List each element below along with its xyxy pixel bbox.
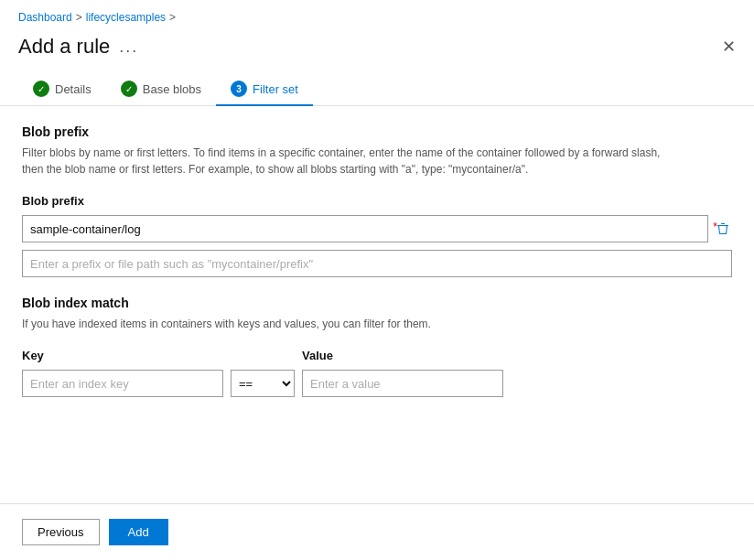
footer: Previous Add <box>0 504 754 560</box>
breadcrumb: Dashboard > lifecyclesamples > <box>0 0 754 29</box>
tab-base-blobs-check-icon: ✓ <box>121 81 137 97</box>
kv-value-header: Value <box>302 349 503 362</box>
required-star-1: * <box>713 221 717 233</box>
prefix-row-1: * <box>22 215 732 242</box>
header: Add a rule ... ✕ <box>0 29 754 73</box>
prefix-input-1-wrapper: * <box>22 215 708 242</box>
prefix-input-1[interactable] <box>22 215 708 242</box>
content: Blob prefix Filter blobs by name or firs… <box>0 106 754 485</box>
blob-index-section: Blob index match If you have indexed ite… <box>22 296 732 397</box>
trash-icon <box>716 221 730 236</box>
header-left: Add a rule ... <box>18 35 138 59</box>
page-title: Add a rule <box>18 35 110 59</box>
tabs: ✓ Details ✓ Base blobs 3 Filter set <box>0 73 754 106</box>
blob-prefix-section-title: Blob prefix <box>22 124 732 139</box>
blob-prefix-inputs: * <box>22 215 732 277</box>
prefix-input-2-wrapper <box>22 250 732 277</box>
tab-details-label: Details <box>55 82 92 96</box>
tab-base-blobs[interactable]: ✓ Base blobs <box>106 73 216 106</box>
tab-filter-set[interactable]: 3 Filter set <box>216 73 313 106</box>
prefix-input-2[interactable] <box>22 250 732 277</box>
blob-prefix-description: Filter blobs by name or first letters. T… <box>22 145 662 178</box>
page-container: Dashboard > lifecyclesamples > Add a rul… <box>0 0 754 560</box>
tab-filter-set-number-icon: 3 <box>231 81 247 97</box>
kv-row: == != > < <box>22 370 732 397</box>
blob-prefix-field-label: Blob prefix <box>22 194 732 208</box>
tab-base-blobs-label: Base blobs <box>143 82 201 96</box>
more-options-button[interactable]: ... <box>119 38 138 57</box>
close-button[interactable]: ✕ <box>722 38 736 55</box>
tab-details-check-icon: ✓ <box>33 81 49 97</box>
blob-prefix-section: Blob prefix Filter blobs by name or firs… <box>22 124 732 277</box>
breadcrumb-dashboard[interactable]: Dashboard <box>18 11 72 24</box>
blob-index-title: Blob index match <box>22 296 732 310</box>
kv-key-input[interactable] <box>22 370 223 397</box>
add-button[interactable]: Add <box>109 519 168 545</box>
kv-headers: Key Value <box>22 349 732 362</box>
kv-key-header: Key <box>22 349 223 362</box>
tab-filter-set-label: Filter set <box>253 82 298 96</box>
prefix-row-2 <box>22 250 732 277</box>
kv-value-input[interactable] <box>302 370 503 397</box>
tab-details[interactable]: ✓ Details <box>18 73 106 106</box>
breadcrumb-sep-1: > <box>76 11 82 24</box>
kv-operator-select[interactable]: == != > < <box>231 370 295 397</box>
previous-button[interactable]: Previous <box>22 519 100 545</box>
breadcrumb-sep-2: > <box>169 11 176 24</box>
breadcrumb-lifecyclesamples[interactable]: lifecyclesamples <box>86 11 166 24</box>
blob-index-description: If you have indexed items in containers … <box>22 316 662 332</box>
